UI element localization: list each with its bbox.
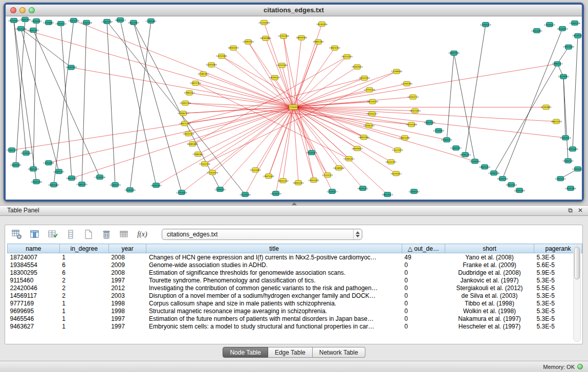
graph-edge[interactable] (185, 103, 293, 107)
graph-node[interactable]: 18321610 (409, 108, 421, 113)
graph-node[interactable]: 12753044 (176, 190, 187, 195)
graph-node[interactable]: 12450132 (408, 189, 420, 194)
graph-node[interactable]: 12841530 (101, 19, 113, 24)
graph-node[interactable]: 16059942 (352, 146, 363, 151)
graph-node[interactable]: 20531019 (66, 65, 77, 70)
graph-edge[interactable] (293, 107, 556, 122)
graph-node[interactable]: 17524402 (250, 168, 261, 172)
table-row[interactable]: 1938455462009Genome-wide association stu… (8, 261, 582, 269)
table-row[interactable]: 1872400712008Changes of HCN gene express… (8, 253, 582, 261)
graph-node[interactable]: 17344519 (207, 170, 218, 175)
graph-node[interactable]: 16824510 (551, 119, 562, 124)
graph-node[interactable]: 17240518 (94, 175, 105, 180)
graph-node[interactable]: 16140253 (572, 33, 582, 38)
create-table-icon[interactable] (82, 228, 95, 241)
graph-node[interactable]: 17240450 (288, 105, 299, 110)
graph-node[interactable]: 12650341 (10, 163, 21, 167)
graph-node[interactable]: 12108040 (391, 69, 402, 74)
graph-node[interactable]: 15304128 (569, 20, 580, 25)
graph-node[interactable]: 19245016 (124, 188, 136, 192)
graph-edge[interactable] (266, 38, 293, 107)
graph-node[interactable]: 18041253 (479, 165, 490, 169)
graph-node[interactable]: 18301022 (293, 181, 304, 185)
graph-node[interactable]: 18140523 (557, 26, 568, 31)
minimize-window-button[interactable] (19, 7, 26, 13)
column-header-short[interactable]: short (445, 244, 534, 253)
graph-node[interactable]: 12709841 (43, 20, 54, 25)
graph-node[interactable]: 16205417 (269, 75, 280, 80)
graph-node[interactable]: 19245304 (565, 186, 576, 191)
graph-node[interactable]: 16649100 (296, 35, 307, 40)
network-canvas-svg[interactable]: 1724045018504472122420851420409417585341… (6, 16, 582, 200)
column-header-out_de[interactable]: △ out_de… (402, 244, 445, 253)
tab-node-table[interactable]: Node Table (223, 347, 268, 358)
graph-node[interactable]: 16152441 (385, 160, 397, 164)
graph-node[interactable]: 12051304 (28, 28, 39, 32)
graph-node[interactable]: 18184805 (260, 36, 271, 40)
column-header-year[interactable]: year (108, 244, 146, 253)
graph-node[interactable]: 12705314 (480, 22, 491, 27)
graph-edge[interactable] (12, 107, 293, 150)
graph-edge[interactable] (465, 25, 486, 155)
table-row[interactable]: 911546021997Tourette syndrome. Phenomeno… (8, 276, 582, 284)
graph-node[interactable]: 18412057 (128, 20, 139, 25)
graph-node[interactable]: 15641542 (277, 179, 289, 183)
graph-node[interactable]: 16204135 (497, 177, 508, 181)
graph-node[interactable]: 17982917 (192, 152, 204, 157)
graph-node[interactable]: 17684251 (552, 61, 563, 66)
graph-node[interactable]: 16253041 (531, 28, 542, 33)
graph-node[interactable]: 12530414 (544, 22, 555, 27)
graph-node[interactable]: 19410514 (55, 21, 67, 26)
graph-node[interactable]: 11305124 (6, 148, 17, 152)
graph-edge[interactable] (205, 107, 293, 164)
graph-edge[interactable] (134, 23, 182, 192)
graph-node[interactable]: 19861302 (313, 39, 324, 44)
graph-node[interactable]: 18504472 (228, 46, 239, 50)
close-panel-icon[interactable]: ✕ (578, 206, 583, 215)
delete-table-icon[interactable] (100, 228, 113, 241)
float-panel-icon[interactable]: ⧉ (568, 206, 573, 215)
graph-node[interactable]: 19024514 (382, 192, 393, 197)
tab-network-table[interactable]: Network Table (313, 347, 365, 358)
graph-node[interactable]: 16045121 (357, 186, 368, 191)
column-header-title[interactable]: title (146, 244, 402, 253)
graph-node[interactable]: 14091346 (19, 17, 31, 21)
graph-node[interactable]: 17304415 (214, 187, 226, 192)
graph-edge[interactable] (282, 65, 293, 107)
graph-node[interactable]: 17046743 (363, 123, 375, 128)
graph-node[interactable]: 16014512 (66, 176, 77, 181)
graph-node[interactable]: 12530417 (326, 189, 338, 194)
graph-node[interactable]: 21254049 (258, 20, 270, 25)
graph-node[interactable]: 15402131 (562, 159, 574, 163)
graph-node[interactable]: 15145451 (306, 150, 317, 155)
graph-edge[interactable] (21, 29, 71, 68)
column-header-name[interactable]: name (8, 244, 60, 253)
graph-edge[interactable] (293, 107, 339, 168)
graph-node[interactable]: 16054112 (115, 17, 126, 22)
graph-node[interactable]: 19154409 (406, 122, 417, 127)
graph-node[interactable]: 16354102 (150, 183, 162, 188)
graph-node[interactable]: 19513040 (563, 45, 574, 49)
graph-node[interactable]: 14127071 (392, 148, 403, 152)
graph-edge[interactable] (248, 42, 293, 107)
graph-node[interactable]: 18251403 (567, 147, 578, 151)
graph-node[interactable]: 18216216 (367, 99, 378, 104)
network-window-titlebar[interactable]: citations_edges.txt (6, 5, 582, 16)
graph-node[interactable]: 11593801 (540, 105, 552, 110)
row-options-icon[interactable] (64, 228, 77, 241)
graph-edge[interactable] (212, 107, 293, 173)
graph-node[interactable]: 12305108 (31, 180, 42, 184)
graph-node[interactable]: 16189026 (333, 166, 344, 170)
graph-edge[interactable] (283, 107, 293, 181)
graph-node[interactable]: 17304251 (555, 177, 566, 181)
graph-node[interactable]: 14204094 (206, 62, 217, 67)
graph-edge[interactable] (33, 30, 100, 177)
graph-node[interactable]: 19012453 (506, 183, 517, 187)
graph-edge[interactable] (156, 107, 293, 186)
graph-node[interactable]: 18051462 (48, 183, 59, 187)
graph-node[interactable]: 20071045 (263, 174, 274, 179)
graph-node[interactable]: 13041520 (424, 120, 435, 125)
graph-node[interactable]: 19051324 (28, 167, 39, 171)
table-selector-combobox[interactable]: citations_edges.txt (162, 229, 362, 240)
function-builder-icon[interactable]: f(x) (136, 228, 149, 241)
